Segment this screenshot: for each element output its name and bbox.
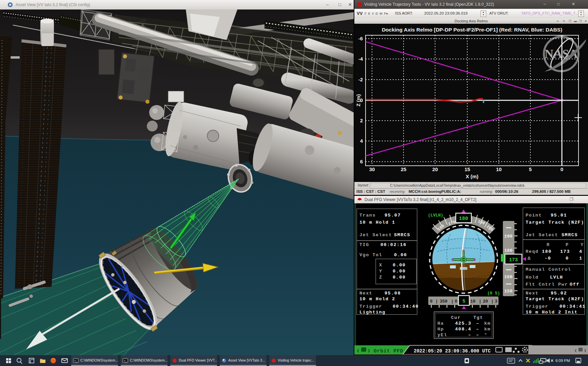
svg-text:Off: Off [570,282,580,287]
svg-text:-6: -6 [358,36,363,41]
svg-text:20: 20 [432,166,438,172]
svg-text:Docking Axis Relmo [DP-DP Post: Docking Axis Relmo [DP-DP Post-IF2/Pre-O… [382,27,562,33]
svg-text:1: 1 [579,256,583,261]
svg-text:30: 30 [369,166,375,172]
svg-text:180: 180 [459,216,468,222]
svg-text:Hp: Hp [437,327,444,332]
svg-text:Orbit PFD: Orbit PFD [374,348,403,354]
svg-text:Next: Next [526,291,538,296]
svg-text:173: 173 [560,249,570,254]
svg-text:0: 0 [561,166,563,172]
svg-text:00:34:41: 00:34:41 [560,304,586,309]
svg-text:Flt Cntrl Pwr: Flt Cntrl Pwr [526,282,568,287]
svg-text:95.01: 95.01 [551,213,567,218]
svg-text:0.00: 0.00 [394,252,407,258]
svg-text:0.00: 0.00 [393,269,406,274]
svg-text:6: 6 [360,159,363,164]
svg-text:10 m Hold 2: 10 m Hold 2 [359,297,395,302]
svg-text:Tgt: Tgt [473,315,483,320]
svg-text:173: 173 [509,257,518,263]
svg-text:|: | [479,299,482,304]
svg-text:–: – [476,321,479,326]
svg-text:C:\WINDOWS\system...: C:\WINDOWS\system... [80,358,118,362]
svg-text:yEl: yEl [437,332,447,338]
svg-text:Target Track (N2F): Target Track (N2F) [526,297,584,302]
svg-text:Z (m): Z (m) [355,94,361,107]
svg-text:–: – [468,332,471,338]
svg-text:P: P [566,242,569,247]
svg-text:|: | [451,299,454,304]
svg-text:–: – [476,332,479,338]
svg-text:10: 10 [496,166,502,172]
svg-text:TIG: TIG [359,242,369,247]
svg-text:Z: Z [379,275,383,280]
svg-text:Asset View [VVTaIo 3...: Asset View [VVTaIo 3... [228,358,265,362]
svg-text:Jet Select: Jet Select [359,232,392,238]
svg-text:|: | [491,299,494,304]
svg-text:00:34:40: 00:34:40 [393,304,419,309]
svg-text:-0: -0 [545,256,551,261]
svg-text:❮: ❮ [357,348,359,353]
svg-text:5: 5 [463,299,466,304]
svg-text:(0 5): (0 5) [487,291,500,296]
svg-text:-2: -2 [358,77,363,82]
svg-text:Dual PFD Viewer [VVT...: Dual PFD Viewer [VVT... [179,358,217,362]
svg-text:❮: ❮ [574,348,577,353]
svg-text:10: 10 [470,299,475,304]
svg-text:Lighting: Lighting [359,310,386,315]
svg-text:2022:05:20 23:09:36.000 UTC: 2022:05:20 23:09:36.000 UTC [414,348,491,354]
svg-text:km: km [484,327,491,332]
svg-text:Visiting Vehicle trajec...: Visiting Vehicle trajec... [278,358,314,362]
svg-text:Trans: Trans [359,213,376,218]
svg-text:350: 350 [440,299,448,304]
svg-text:LVLH: LVLH [550,275,563,280]
svg-text:Δ: Δ [528,256,531,261]
svg-text:Ha: Ha [437,321,444,326]
svg-text:Y: Y [379,269,383,274]
svg-text:Reqd: Reqd [526,249,538,254]
svg-text:4: 4 [579,249,583,254]
svg-text:°: ° [484,332,488,338]
svg-text:160: 160 [504,274,512,280]
svg-text:Next: Next [359,291,372,296]
svg-text:Manual Control: Manual Control [526,267,571,272]
svg-text:Cur: Cur [451,315,461,320]
svg-text:>_: >_ [74,359,78,362]
svg-text:425.3: 425.3 [455,321,471,326]
svg-text:00:02:16: 00:02:16 [380,242,407,247]
svg-text:95.07: 95.07 [385,213,401,218]
svg-text:-4: -4 [358,56,363,62]
svg-text:❯: ❯ [584,348,586,353]
svg-text:SMRCS: SMRCS [394,232,410,238]
svg-text:X (m): X (m) [466,174,478,179]
svg-text:180: 180 [504,248,512,253]
svg-text:6:09 PM: 6:09 PM [555,359,570,363]
svg-text:4: 4 [360,138,363,144]
svg-text:(LVLH): (LVLH) [428,213,443,218]
svg-text:408.4: 408.4 [455,327,471,332]
svg-text:0: 0 [455,299,457,304]
svg-text:R: R [547,242,550,247]
svg-text:SMRCS: SMRCS [562,232,578,238]
svg-text:Trigger: Trigger [526,304,548,309]
svg-text:95.08: 95.08 [385,291,401,296]
svg-text:Hold: Hold [526,275,538,280]
svg-text:>_: >_ [124,359,127,362]
svg-text:190: 190 [504,234,512,239]
svg-text:Y: Y [581,242,584,247]
svg-text:Vgo Tol: Vgo Tol [359,252,382,258]
svg-text:2: 2 [360,118,363,123]
svg-text:Target Track (N2F): Target Track (N2F) [526,220,584,225]
svg-text:5: 5 [529,166,532,172]
svg-text:3: 3 [495,299,497,304]
svg-text:km: km [484,321,491,326]
svg-text:Jet Select: Jet Select [526,232,558,238]
svg-text:0.00: 0.00 [393,275,406,280]
svg-text:–: – [476,327,479,332]
svg-text:0.00: 0.00 [393,263,406,268]
svg-text:20: 20 [483,299,488,304]
svg-text:15: 15 [465,166,470,172]
svg-text:25: 25 [401,166,407,172]
svg-text:95.02: 95.02 [551,291,567,296]
svg-text:C:\WINDOWS\system...: C:\WINDOWS\system... [130,358,168,362]
